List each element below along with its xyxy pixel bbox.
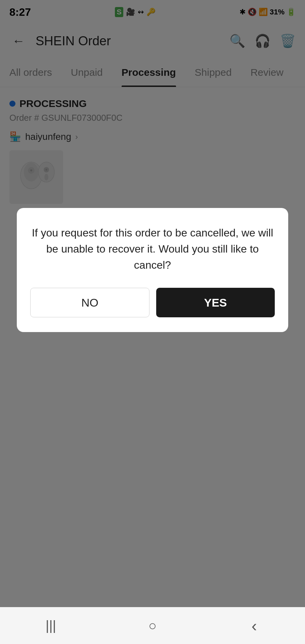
home-icon: ○ — [148, 618, 157, 633]
nav-home-button[interactable]: ○ — [139, 615, 166, 636]
cancel-confirmation-modal: If you request for this order to be canc… — [17, 208, 288, 332]
bottom-nav: ||| ○ ‹ — [0, 607, 305, 644]
modal-message: If you request for this order to be canc… — [30, 225, 275, 273]
back-arrow-icon: ‹ — [252, 616, 257, 635]
modal-buttons: NO YES — [30, 288, 275, 317]
recent-apps-icon: ||| — [46, 618, 56, 633]
no-button[interactable]: NO — [30, 288, 149, 317]
yes-button[interactable]: YES — [156, 288, 275, 317]
nav-recent-apps-button[interactable]: ||| — [37, 615, 64, 636]
nav-back-button[interactable]: ‹ — [241, 615, 268, 636]
